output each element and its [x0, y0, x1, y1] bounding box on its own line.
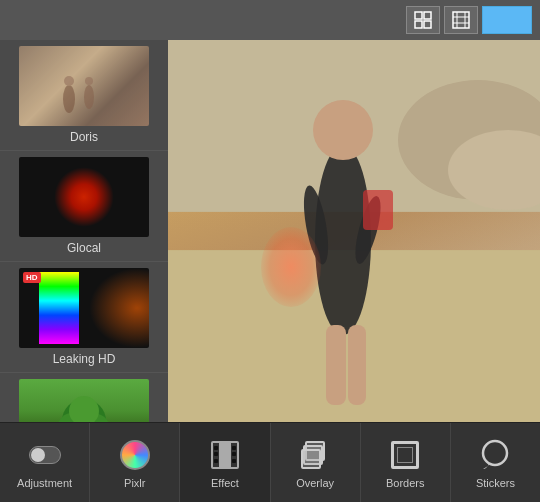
top-bar: [0, 0, 540, 40]
thumbnail-leaking-hd: HD: [19, 268, 149, 348]
svg-rect-27: [348, 325, 366, 405]
borders-icon-container: [387, 437, 423, 473]
toolbar-item-effect[interactable]: Effect: [180, 423, 270, 502]
toolbar-label-overlay: Overlay: [296, 477, 334, 489]
svg-point-11: [64, 76, 74, 86]
thumbnail-doris: [19, 46, 149, 126]
sidebar-label-doris: Doris: [70, 130, 98, 144]
sidebar-label-glocal: Glocal: [67, 241, 101, 255]
toolbar-item-borders[interactable]: Borders: [361, 423, 451, 502]
svg-rect-26: [326, 325, 346, 405]
bottom-toolbar: Adjustment Pixlr Effect: [0, 422, 540, 502]
sidebar: Doris Glocal HD Leaking HD: [0, 40, 168, 422]
effect-icon-container: [207, 437, 243, 473]
sidebar-label-leaking-hd: Leaking HD: [53, 352, 116, 366]
overlay-icon: [301, 441, 329, 469]
accent-bar: [482, 6, 532, 34]
toolbar-label-stickers: Stickers: [476, 477, 515, 489]
pixlr-icon-container: [117, 437, 153, 473]
toolbar-item-adjustment[interactable]: Adjustment: [0, 423, 90, 502]
svg-point-12: [85, 77, 93, 85]
grid-view-button[interactable]: [406, 6, 440, 34]
toolbar-label-borders: Borders: [386, 477, 425, 489]
glow-overlay: [89, 268, 149, 348]
hd-badge: HD: [23, 272, 41, 283]
toolbar-item-stickers[interactable]: Stickers: [451, 423, 540, 502]
effect-icon: [211, 441, 239, 469]
toolbar-label-effect: Effect: [211, 477, 239, 489]
toolbar-item-pixlr[interactable]: Pixlr: [90, 423, 180, 502]
toggle-icon: [29, 446, 61, 464]
thumbnail-glocal: [19, 157, 149, 237]
thumbnail-vintage: [19, 379, 149, 422]
svg-rect-1: [424, 12, 431, 19]
svg-rect-0: [415, 12, 422, 19]
svg-point-9: [63, 85, 75, 113]
svg-rect-2: [415, 21, 422, 28]
svg-point-31: [483, 441, 507, 465]
pixlr-icon: [120, 440, 150, 470]
toolbar-item-overlay[interactable]: Overlay: [271, 423, 361, 502]
toolbar-label-adjustment: Adjustment: [17, 477, 72, 489]
sidebar-item-leaking-hd[interactable]: HD Leaking HD: [0, 262, 168, 373]
main-area: Doris Glocal HD Leaking HD: [0, 40, 540, 422]
canvas-area: [168, 40, 540, 422]
svg-rect-3: [424, 21, 431, 28]
full-view-button[interactable]: [444, 6, 478, 34]
svg-rect-4: [453, 12, 469, 28]
sidebar-item-glocal[interactable]: Glocal: [0, 151, 168, 262]
overlay-icon-container: [297, 437, 333, 473]
rainbow-strip: [39, 272, 79, 344]
sidebar-item-vintage[interactable]: Vintage: [0, 373, 168, 422]
stickers-icon-container: [477, 437, 513, 473]
svg-rect-28: [363, 190, 393, 230]
sidebar-item-doris[interactable]: Doris: [0, 40, 168, 151]
svg-point-10: [84, 85, 94, 109]
light-leak-effect: [261, 227, 321, 307]
borders-icon: [391, 441, 419, 469]
photo-canvas: [168, 40, 540, 422]
svg-point-23: [313, 100, 373, 160]
svg-point-17: [69, 396, 99, 422]
adjustment-icon: [27, 437, 63, 473]
stickers-icon: [479, 439, 511, 471]
toolbar-label-pixlr: Pixlr: [124, 477, 145, 489]
